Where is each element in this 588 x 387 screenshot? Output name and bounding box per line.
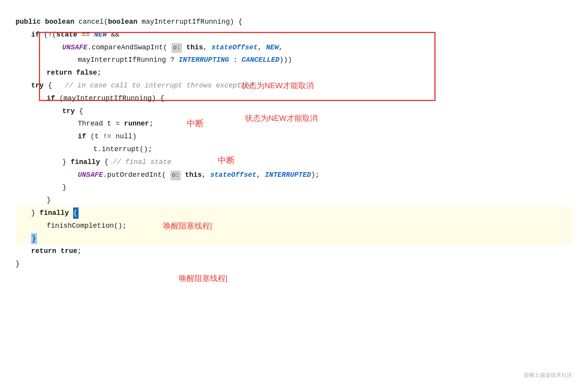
brace-close3: }	[47, 195, 51, 206]
brace-open2: {	[79, 106, 83, 117]
operator2: &&	[107, 29, 119, 40]
keyword-boolean2: boolean	[108, 16, 138, 28]
code-line-10: if (t != null)	[16, 130, 572, 143]
final-brace: }	[16, 258, 20, 270]
comma5: ,	[256, 169, 265, 181]
semicolon1: ;	[97, 67, 102, 78]
code-line-20: }	[16, 258, 572, 270]
try-keyword2: try	[62, 106, 79, 117]
space1	[182, 42, 186, 53]
code-line-14: }	[16, 181, 572, 194]
annotation-wake-overlay: 唤醒阻塞线程|	[179, 272, 228, 285]
brace-close2: }	[62, 182, 66, 193]
return-keyword2: return	[31, 246, 61, 257]
code-line-1: public boolean cancel(boolean mayInterru…	[16, 16, 572, 28]
space3	[69, 207, 73, 219]
unsafe-keyword: UNSAFE	[62, 42, 88, 53]
code-line-6: try { // in case call to interrupt throw…	[16, 79, 572, 92]
param-name: mayInterruptIfRunning) {	[137, 16, 242, 28]
interrupting-const: INTERRUPTING	[178, 54, 229, 66]
param-o2: o:	[170, 171, 181, 181]
comma1: ,	[203, 42, 212, 53]
code-line-12: } finally { // final state	[16, 156, 572, 169]
code-line-15: }	[16, 194, 572, 207]
code-line-5: return false;	[16, 66, 572, 79]
param-o: o:	[172, 43, 182, 53]
runner-var: runner	[124, 118, 149, 129]
code-line-2: if (!(state == NEW &&	[16, 28, 572, 41]
t-null-check: (t != null)	[90, 131, 136, 142]
space-brace: {	[100, 157, 112, 168]
brace-close4: }	[31, 207, 40, 219]
code-line-4: mayInterruptIfRunning ? INTERRUPTING : C…	[16, 54, 572, 66]
return-keyword: return	[47, 67, 76, 78]
brace-close1: }	[62, 157, 71, 168]
annotation-wake-text: 唤醒阻塞线程|	[179, 274, 228, 282]
finally-keyword2: finally	[40, 207, 69, 219]
true-keyword: true	[61, 246, 77, 257]
code-line-18: }	[16, 232, 572, 245]
code-line-19: return true;	[16, 245, 572, 258]
state-var: state	[56, 29, 77, 40]
comma3: ,	[279, 42, 283, 53]
cursor: {	[73, 207, 79, 219]
cancelled-const: CANCELLED	[242, 54, 279, 66]
finish-completion-call: finishCompletion();	[47, 220, 135, 232]
annotation-wake-thread: 唤醒阻塞线程|	[163, 220, 212, 232]
finally-keyword1: finally	[71, 157, 100, 168]
annotation-interrupt-text: 中断	[218, 155, 235, 165]
code-line-3: UNSAFE.compareAndSwapInt( o: this, state…	[16, 41, 572, 54]
try-keyword1: try	[31, 80, 48, 91]
annotation-interrupt-overlay: 中断	[218, 153, 235, 167]
state-offset: stateOffset	[212, 42, 258, 53]
code-container: public boolean cancel(boolean mayInterru…	[16, 12, 572, 270]
keyword-public: public	[16, 16, 45, 28]
dot2: .putOrderedInt(	[103, 169, 170, 181]
may-interrupt-cond: (mayInterruptIfRunning) {	[59, 93, 164, 104]
new-const2: NEW	[266, 42, 278, 53]
brace-open1: {	[48, 80, 65, 91]
closing-brace-blue: }	[31, 233, 37, 244]
annotation-state-new-text: 状态为NEW才能取消	[245, 114, 318, 122]
semicolon2: ;	[149, 118, 175, 129]
comment2: // final state	[113, 157, 172, 168]
state-offset2: stateOffset	[210, 169, 256, 181]
dot1: .compareAndSwapInt(	[88, 42, 172, 53]
space2	[181, 169, 185, 181]
annotation-state-new: 状态为NEW才能取消	[241, 79, 314, 92]
method-name: cancel(	[79, 16, 108, 28]
close-parens: )))	[280, 54, 292, 66]
comma4: ,	[202, 169, 210, 181]
code-line-16: } finally {	[16, 207, 572, 220]
operator: ==	[77, 29, 94, 40]
code-line-17: finishCompletion(); 唤醒阻塞线程|	[16, 220, 572, 232]
unsafe-keyword2: UNSAFE	[78, 169, 103, 181]
code-line-13: UNSAFE.putOrderedInt( o: this, stateOffs…	[16, 169, 572, 181]
annotation-state-new-overlay: 状态为NEW才能取消	[245, 112, 318, 125]
semicolon3: ;	[77, 246, 82, 257]
code-line-11: t.interrupt();	[16, 143, 572, 156]
paren-open: (!(	[44, 29, 56, 40]
colon: :	[229, 54, 242, 66]
comment1: // in case call to interrupt throws exce…	[65, 80, 254, 91]
this-keyword: this	[186, 42, 203, 53]
interrupted-const: INTERRUPTED	[265, 169, 311, 181]
thread-decl: Thread t =	[78, 118, 124, 129]
if-keyword3: if	[78, 131, 90, 142]
close-paren2: );	[311, 169, 320, 181]
keyword-if: if	[31, 29, 44, 40]
may-interrupt: mayInterruptIfRunning ?	[78, 54, 178, 66]
t-interrupt-call: t.interrupt();	[93, 144, 152, 155]
if-keyword2: if	[47, 93, 59, 104]
keyword-boolean: boolean	[45, 16, 79, 28]
this-keyword2: this	[185, 169, 202, 181]
false-keyword: false	[76, 67, 97, 78]
watermark: @稀土掘金技术社区	[523, 371, 572, 379]
code-line-7: if (mayInterruptIfRunning) {	[16, 92, 572, 105]
comma2: ,	[258, 42, 266, 53]
annotation-interrupt: 中断	[187, 117, 204, 130]
new-const: NEW	[94, 29, 107, 40]
